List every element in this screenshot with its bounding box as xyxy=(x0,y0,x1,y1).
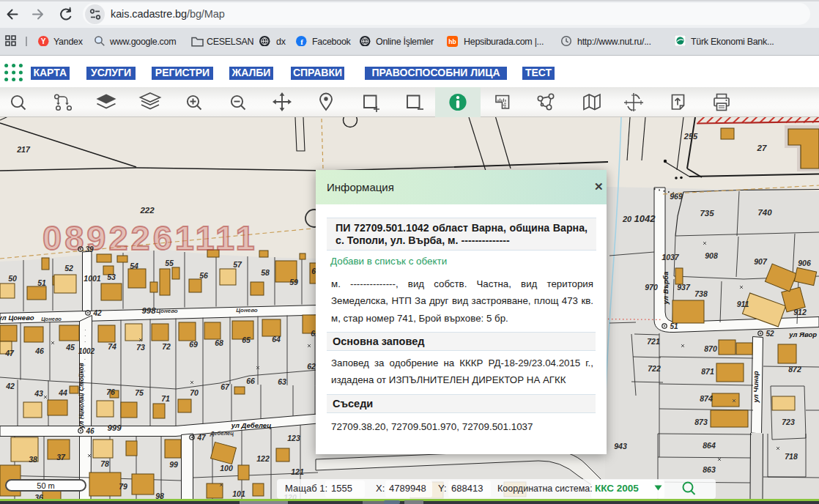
svg-text:54: 54 xyxy=(130,262,138,270)
svg-text:943: 943 xyxy=(614,442,627,451)
svg-text:38: 38 xyxy=(29,455,37,464)
svg-text:47: 47 xyxy=(4,349,15,357)
svg-text:27: 27 xyxy=(757,144,767,152)
svg-text:101: 101 xyxy=(232,489,245,498)
svg-text:0892261111: 0892261111 xyxy=(42,218,258,257)
svg-text:66: 66 xyxy=(246,377,255,385)
svg-text:hb: hb xyxy=(448,37,456,45)
svg-text:47: 47 xyxy=(196,434,206,442)
svg-text:937: 937 xyxy=(677,283,691,292)
svg-text:723: 723 xyxy=(782,418,795,426)
svg-text:20: 20 xyxy=(622,215,632,223)
svg-text:42: 42 xyxy=(5,382,15,390)
svg-text:ул Чинар: ул Чинар xyxy=(752,371,760,403)
svg-text:912: 912 xyxy=(793,308,807,316)
svg-text:Цонево: Цонево xyxy=(41,316,62,322)
svg-text:999: 999 xyxy=(107,423,122,432)
svg-text:217: 217 xyxy=(16,145,31,154)
svg-text:55: 55 xyxy=(165,259,174,267)
svg-text:56: 56 xyxy=(199,271,208,280)
svg-text:99: 99 xyxy=(169,460,178,469)
svg-text:1037: 1037 xyxy=(662,253,680,262)
svg-text:100: 100 xyxy=(220,464,233,472)
svg-text:121: 121 xyxy=(291,467,304,476)
svg-text:58: 58 xyxy=(261,268,270,277)
svg-text:722: 722 xyxy=(648,364,661,373)
svg-text:43: 43 xyxy=(34,389,43,398)
svg-text:f: f xyxy=(300,37,303,45)
svg-text:39: 39 xyxy=(85,245,94,253)
svg-text:122: 122 xyxy=(256,454,270,463)
svg-text:63: 63 xyxy=(278,377,286,386)
svg-text:ул Цонево: ул Цонево xyxy=(0,314,34,322)
svg-text:721: 721 xyxy=(647,337,660,346)
svg-text:871: 871 xyxy=(701,367,714,376)
svg-text:44: 44 xyxy=(58,388,67,397)
svg-text:53: 53 xyxy=(107,273,116,281)
svg-text:76: 76 xyxy=(106,388,115,396)
svg-text:45: 45 xyxy=(65,343,75,352)
svg-text:59: 59 xyxy=(289,278,298,286)
svg-text:740: 740 xyxy=(757,208,772,217)
svg-text:75: 75 xyxy=(135,388,144,397)
svg-text:874: 874 xyxy=(700,394,713,403)
svg-text:Цонево: Цонево xyxy=(236,307,258,314)
svg-text:718: 718 xyxy=(785,452,798,461)
svg-text:ул Явор: ул Явор xyxy=(788,330,817,338)
svg-text:ул Дебелец: ул Дебелец xyxy=(231,421,272,429)
svg-text:74: 74 xyxy=(108,342,116,351)
svg-text:863: 863 xyxy=(703,465,716,474)
svg-text:69: 69 xyxy=(189,340,198,349)
svg-text:65: 65 xyxy=(242,336,251,344)
svg-text:64: 64 xyxy=(272,335,281,344)
svg-text:70: 70 xyxy=(190,388,199,397)
svg-text:970: 970 xyxy=(645,283,658,292)
svg-text:52: 52 xyxy=(766,330,774,338)
svg-text:222: 222 xyxy=(139,206,155,215)
svg-text:Y: Y xyxy=(41,37,46,45)
svg-text:68: 68 xyxy=(215,338,223,347)
svg-text:Цонево: Цонево xyxy=(156,308,178,314)
svg-text:Дебелец: Дебелец xyxy=(210,430,234,437)
svg-text:46: 46 xyxy=(85,427,94,435)
svg-text:873: 873 xyxy=(694,418,708,426)
svg-text:911: 911 xyxy=(737,300,749,308)
svg-text:46: 46 xyxy=(34,346,44,355)
svg-text:864: 864 xyxy=(703,441,716,450)
svg-text:78: 78 xyxy=(100,459,109,468)
svg-text:ул Николай Стойков: ул Николай Стойков xyxy=(78,363,85,429)
svg-text:870: 870 xyxy=(704,344,717,353)
svg-text:42: 42 xyxy=(92,309,102,317)
svg-text:907: 907 xyxy=(754,257,768,266)
svg-text:79: 79 xyxy=(119,482,127,491)
svg-text:906: 906 xyxy=(798,259,811,267)
svg-text:738: 738 xyxy=(694,289,708,298)
svg-text:ул Върба: ул Върба xyxy=(662,272,670,305)
svg-text:1001: 1001 xyxy=(84,274,101,283)
svg-text:51: 51 xyxy=(37,278,46,287)
svg-text:50: 50 xyxy=(8,274,17,283)
svg-text:37: 37 xyxy=(56,453,66,462)
svg-text:908: 908 xyxy=(705,251,718,260)
svg-text:123: 123 xyxy=(287,434,300,442)
svg-text:255: 255 xyxy=(683,132,698,141)
svg-text:52: 52 xyxy=(64,264,73,273)
svg-text:71: 71 xyxy=(161,394,170,403)
svg-text:872: 872 xyxy=(788,365,801,374)
svg-text:998: 998 xyxy=(141,306,156,315)
svg-text:735: 735 xyxy=(700,209,714,218)
svg-text:51: 51 xyxy=(670,322,678,330)
svg-text:1002: 1002 xyxy=(78,347,95,355)
svg-text:62: 62 xyxy=(307,362,316,371)
svg-text:57: 57 xyxy=(233,260,242,269)
svg-text:969: 969 xyxy=(670,192,683,201)
svg-text:1042: 1042 xyxy=(634,213,656,224)
svg-text:73: 73 xyxy=(136,343,145,352)
svg-text:72: 72 xyxy=(162,342,171,351)
svg-text:67: 67 xyxy=(220,382,230,391)
